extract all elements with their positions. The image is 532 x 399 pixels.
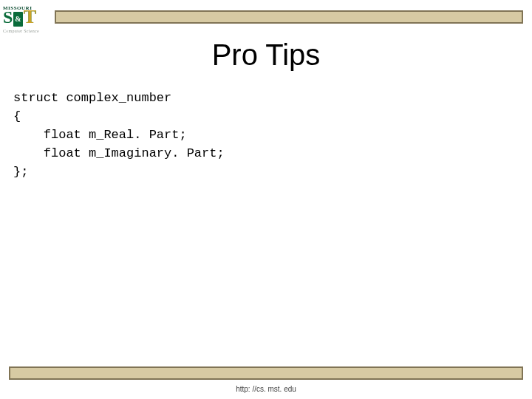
logo-t: T <box>24 10 36 24</box>
code-block: struct complex_number { float m_Real. Pa… <box>13 89 519 181</box>
footer-url: http: //cs. mst. edu <box>0 385 532 393</box>
code-line: { <box>13 109 21 123</box>
logo-s: S <box>3 10 13 24</box>
slide-body: struct complex_number { float m_Real. Pa… <box>13 89 519 181</box>
code-line: float m_Real. Part; <box>13 128 187 142</box>
code-line: float m_Imaginary. Part; <box>13 146 225 160</box>
logo-amp: & <box>13 12 22 27</box>
logo-monogram: S&T <box>3 10 49 28</box>
header-bar <box>55 10 523 24</box>
code-line: struct complex_number <box>13 91 171 105</box>
slide-title: Pro Tips <box>0 38 532 72</box>
footer-bar <box>9 366 523 380</box>
code-line: }; <box>13 165 28 179</box>
logo-subtitle: Computer Science <box>3 29 49 33</box>
header: MISSOURI S&T Computer Science <box>0 6 532 41</box>
university-logo: MISSOURI S&T Computer Science <box>3 6 49 43</box>
slide: MISSOURI S&T Computer Science Pro Tips s… <box>0 0 532 399</box>
